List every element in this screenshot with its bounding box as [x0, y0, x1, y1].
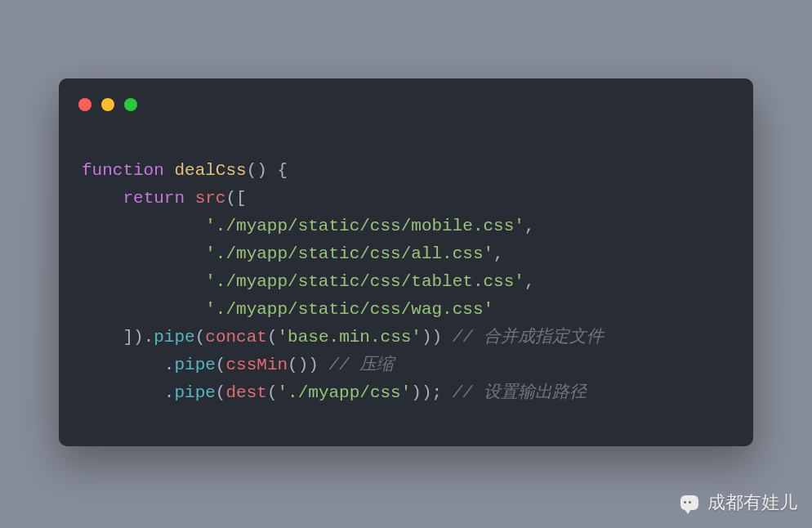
string-path-tablet: './myapp/static/css/tablet.css': [205, 272, 524, 291]
close-icon: [78, 98, 91, 111]
string-path-wag: './myapp/static/css/wag.css': [205, 300, 493, 319]
string-path-mobile: './myapp/static/css/mobile.css': [205, 217, 524, 235]
string-base-min: 'base.min.css': [278, 328, 422, 347]
call-cssmin: cssMin: [225, 356, 288, 374]
call-dest: dest: [225, 383, 266, 402]
call-pipe: pipe: [174, 356, 215, 374]
watermark-text: 成都有娃儿: [707, 490, 797, 515]
wechat-icon: [678, 494, 701, 512]
maximize-icon: [124, 98, 137, 111]
comment-merge: // 合并成指定文件: [453, 328, 604, 347]
comment-compress: // 压缩: [329, 356, 395, 374]
call-pipe: pipe: [174, 383, 215, 402]
string-path-all: './myapp/static/css/all.css': [205, 244, 493, 263]
code-card: function dealCss() { return src([ './mya…: [59, 78, 753, 446]
window-controls: [78, 98, 137, 111]
call-src: src: [195, 189, 226, 208]
keyword-return: return: [123, 189, 185, 208]
watermark: 成都有娃儿: [678, 490, 797, 515]
function-name: dealCss: [174, 161, 246, 180]
minimize-icon: [101, 98, 114, 111]
keyword-function: function: [82, 161, 164, 180]
comment-output: // 设置输出路径: [453, 383, 587, 402]
call-concat: concat: [205, 328, 267, 347]
call-pipe: pipe: [154, 328, 194, 347]
code-block: function dealCss() { return src([ './mya…: [82, 157, 730, 407]
string-dest-path: './myapp/css': [278, 383, 412, 402]
